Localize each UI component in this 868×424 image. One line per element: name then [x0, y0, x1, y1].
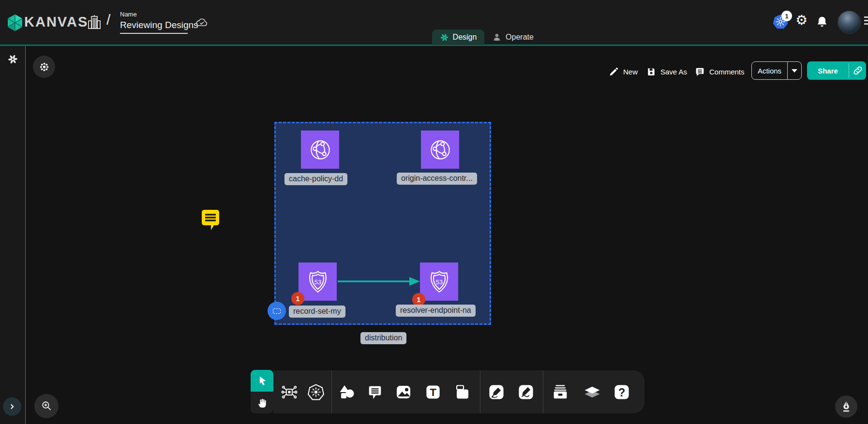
shapes-tool[interactable] [338, 383, 356, 401]
pencil-draw-tool[interactable] [518, 383, 535, 400]
bottom-toolbar: T [273, 370, 644, 413]
toolbar-divider [331, 370, 332, 413]
help-tool[interactable]: ? [614, 383, 630, 400]
text-icon: T [425, 383, 442, 400]
node-cache-policy[interactable] [301, 131, 339, 169]
mesh-chip-icon [281, 383, 298, 401]
comments-label: Comments [709, 68, 745, 76]
pencil-draw-icon [518, 383, 535, 400]
breadcrumb-separator: / [106, 12, 110, 28]
expand-sidebar-button[interactable] [3, 397, 21, 416]
design-name-underline [120, 33, 188, 34]
svg-text:?: ? [618, 386, 625, 398]
new-label: New [623, 68, 638, 76]
save-as-button[interactable]: Save As [646, 66, 687, 77]
share-link-button[interactable] [849, 61, 866, 80]
cursor-tool-button[interactable] [251, 370, 273, 392]
chevron-right-icon [8, 402, 16, 411]
header: KANVAS / Name Reviewing Designs [0, 0, 868, 46]
zoom-in-button[interactable] [34, 394, 59, 418]
record-set-count-badge: 1 [291, 292, 304, 305]
toolbar-divider [480, 370, 480, 413]
hand-tool-button[interactable] [251, 392, 273, 413]
flower-gear-icon [39, 61, 50, 73]
node-label-origin-access[interactable]: origin-access-contr... [397, 173, 477, 185]
left-sidebar [0, 46, 26, 424]
k8s-context-count-badge: 1 [781, 11, 792, 21]
pointer-tools [251, 370, 273, 413]
comment-tool[interactable] [367, 384, 383, 400]
kanvas-app: KANVAS / Name Reviewing Designs [0, 0, 868, 424]
image-tool[interactable] [395, 383, 412, 401]
kanvas-logo-icon [6, 13, 24, 33]
actions-dropdown-button[interactable] [788, 62, 801, 79]
toolbar-divider [543, 370, 543, 413]
drawer-tool[interactable] [552, 383, 569, 401]
group-label-distribution[interactable]: distribution [360, 332, 406, 344]
actions-button[interactable]: Actions [751, 61, 802, 80]
route53-shield-icon: 53 [304, 268, 331, 295]
cloud-saved-icon [195, 16, 209, 28]
save-as-label: Save As [660, 68, 687, 76]
layers-stack-icon [584, 383, 601, 401]
share-button[interactable]: Share [807, 61, 866, 80]
link-icon [853, 65, 863, 76]
kubernetes-wheel-icon [307, 383, 325, 401]
svg-text:T: T [430, 386, 436, 398]
frame-icon [454, 383, 471, 401]
edge-arrow[interactable] [337, 276, 420, 287]
design-name-label: Name [120, 11, 137, 18]
canvas-comment-marker[interactable] [200, 209, 221, 232]
pen-path-tool[interactable] [488, 383, 505, 400]
menu-hamburger-icon[interactable] [864, 16, 868, 27]
tab-operate-label: Operate [506, 33, 534, 42]
design-name-input[interactable]: Reviewing Designs [120, 20, 198, 30]
design-swirl-icon [440, 33, 449, 42]
floppy-save-icon [646, 67, 656, 76]
settings-gear-icon[interactable]: ⚙ [795, 14, 808, 27]
zoom-in-magnifier-icon [40, 399, 53, 413]
pen-path-icon [488, 383, 505, 400]
svg-text:53: 53 [314, 278, 321, 285]
cloudfront-globe-icon [427, 136, 454, 163]
mesh-component-tool[interactable] [281, 383, 298, 401]
node-label-cache-policy[interactable]: cache-policy-dd [284, 173, 347, 185]
node-label-record-set[interactable]: record-set-my [289, 306, 345, 318]
comments-icon [695, 67, 705, 77]
cloudfront-globe-icon [307, 136, 334, 163]
logo-text: KANVAS [24, 14, 88, 30]
notifications-bell-icon[interactable] [816, 15, 828, 28]
freehand-pen-button[interactable] [835, 395, 857, 418]
node-label-resolver-endpoint[interactable]: resolver-endpoint-na [396, 305, 476, 317]
selection-handle[interactable] [268, 302, 286, 320]
comments-button[interactable]: Comments [695, 66, 745, 77]
hand-pan-icon [256, 396, 269, 409]
tab-operate[interactable]: Operate [485, 29, 540, 45]
svg-text:53: 53 [435, 278, 442, 285]
node-origin-access-control[interactable] [421, 131, 459, 169]
kubernetes-tool[interactable] [307, 383, 325, 401]
layers-tool[interactable] [584, 383, 601, 401]
comment-bubble-icon [367, 384, 383, 400]
caret-down-icon [792, 69, 797, 73]
meshery-logo-icon[interactable] [7, 54, 18, 65]
resolver-endpoint-count-badge: 1 [412, 293, 425, 306]
user-avatar[interactable] [838, 11, 861, 34]
help-icon: ? [614, 383, 630, 400]
pencil-new-icon [609, 67, 619, 77]
dashed-rect-icon [273, 308, 281, 314]
components-flower-button[interactable] [33, 56, 55, 78]
node-resolver-endpoint[interactable]: 53 [420, 263, 458, 301]
cursor-arrow-icon [256, 375, 269, 387]
organization-icon[interactable] [87, 14, 102, 31]
drawer-archive-icon [552, 383, 569, 401]
text-tool[interactable]: T [425, 383, 442, 400]
tab-design[interactable]: Design [432, 29, 484, 45]
node-record-set[interactable]: 53 [299, 263, 337, 301]
share-label[interactable]: Share [807, 61, 849, 80]
frame-tool[interactable] [454, 383, 471, 401]
actions-label[interactable]: Actions [752, 62, 787, 79]
new-button[interactable]: New [609, 66, 638, 77]
image-icon [395, 383, 412, 401]
operate-person-icon [492, 32, 502, 42]
